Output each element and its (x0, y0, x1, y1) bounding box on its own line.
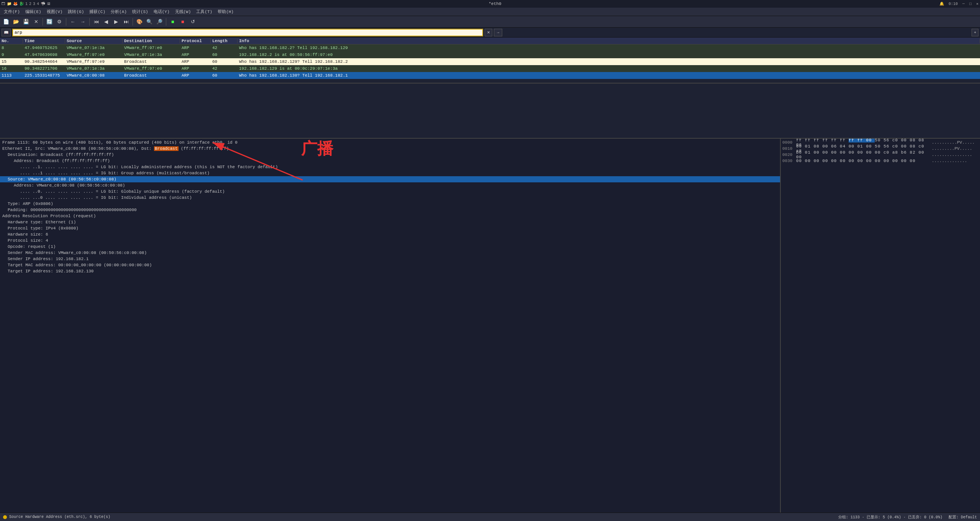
detail-line-16[interactable]: Protocol size: 4 (0, 238, 780, 244)
forward-btn[interactable]: → (78, 17, 87, 26)
menu-capture[interactable]: 捕获(C) (87, 8, 108, 15)
packet-row-16[interactable]: 1690.3482271706VMware_07:1e:3aVMware_ff:… (0, 65, 980, 72)
detail-line-6[interactable]: Source: VMware_c0:00:08 (00:50:56:c0:00:… (0, 176, 780, 182)
pkt-cell-8-5: 42 (211, 46, 238, 50)
pkt-cell-1113-6: Who has 192.168.182.130? Tell 192.168.18… (238, 73, 980, 78)
menu-wireless[interactable]: 无线(W) (173, 8, 193, 15)
filter-input[interactable] (12, 29, 483, 36)
menu-view[interactable]: 视图(V) (44, 8, 65, 15)
sysbar-term-icon: 🖥 (47, 2, 51, 6)
restart-btn[interactable]: ↺ (188, 17, 197, 26)
pkt-cell-15-5: 60 (211, 59, 238, 64)
detail-line-1[interactable]: Ethernet II, Src: VMware_c0:00:08 (00:50… (0, 146, 780, 152)
menu-edit[interactable]: 编辑(E) (23, 8, 44, 15)
go-first-btn[interactable]: ⏮ (92, 17, 101, 26)
go-last-btn[interactable]: ⏭ (121, 17, 131, 26)
filter-book-btn[interactable]: 📖 (2, 29, 11, 36)
minimize-icon[interactable]: 🔔 (939, 2, 944, 6)
sep1 (43, 18, 43, 26)
detail-line-21[interactable]: Target IP address: 192.168.182.130 (0, 268, 780, 274)
menu-phone[interactable]: 电话(Y) (151, 8, 172, 15)
hex-offset-2: 0020 (782, 152, 796, 157)
col-len: Length (211, 39, 238, 43)
zoom-in-btn[interactable]: 🔍 (145, 17, 154, 26)
tab-3[interactable]: 3 (33, 2, 35, 6)
sysbar-icon1: 🗔 (2, 2, 5, 6)
new-capture-btn[interactable]: 📄 (2, 17, 11, 26)
pkt-cell-8-1: 47.9469752625 (23, 46, 65, 50)
profile-label: 配置: Default (949, 514, 977, 520)
packet-row-15[interactable]: 1590.3482544664VMware_ff:97:e9BroadcastA… (0, 58, 980, 65)
detail-line-11[interactable]: Padding: 0000000000000000000000000000000… (0, 207, 780, 213)
save-btn[interactable]: 💾 (21, 17, 31, 26)
capture-start-btn[interactable]: ■ (168, 17, 177, 26)
zoom-out-btn[interactable]: 🔎 (155, 17, 164, 26)
detail-line-17[interactable]: Opcode: request (1) (0, 244, 780, 250)
pkt-cell-15-2: VMware_ff:97:e9 (65, 59, 123, 64)
detail-line-10[interactable]: Type: ARP (0x0806) (0, 201, 780, 207)
status-text: Source Hardware Address (eth.src), 6 byt… (9, 515, 110, 519)
detail-line-4[interactable]: .... ..1. .... .... .... .... = LG bit: … (0, 164, 780, 170)
detail-panel[interactable]: Frame 1113: 60 bytes on wire (480 bits),… (0, 139, 781, 521)
detail-line-5[interactable]: .... ...1 .... .... .... .... = IG bit: … (0, 170, 780, 176)
pkt-cell-9-6: 192.168.182.2 is at 00:50:56:ff:97:e0 (238, 52, 980, 57)
filter-expr-btn[interactable]: + (972, 29, 978, 36)
menu-help[interactable]: 帮助(H) (215, 8, 236, 15)
packet-row-8[interactable]: 847.9469752625VMware_07:1e:3aVMware_ff:9… (0, 44, 980, 51)
detail-line-2[interactable]: Destination: Broadcast (ff:ff:ff:ff:ff:f… (0, 152, 780, 158)
detail-line-7[interactable]: Address: VMware_c0:00:08 (00:50:56:c0:00… (0, 182, 780, 188)
pkt-cell-9-4: ARP (180, 52, 211, 57)
packet-list: No. Time Source Destination Protocol Len… (0, 38, 980, 84)
go-prev-btn[interactable]: ◀ (102, 17, 111, 26)
detail-line-19[interactable]: Sender IP address: 192.168.182.1 (0, 256, 780, 262)
capture-stop-btn[interactable]: ■ (178, 17, 187, 26)
filter-clear-btn[interactable]: ✕ (485, 29, 492, 36)
detail-line-9[interactable]: .... ...0 .... .... .... .... = IG bit: … (0, 195, 780, 201)
detail-line-20[interactable]: Target MAC address: 00:00:00_00:00:00 (0… (0, 262, 780, 268)
tab-4[interactable]: 4 (37, 2, 39, 6)
filter-apply-btn[interactable]: → (494, 29, 502, 36)
tab-2[interactable]: 2 (29, 2, 31, 6)
pkt-cell-15-3: Broadcast (123, 59, 180, 64)
maximize-btn[interactable]: □ (969, 2, 972, 6)
sysbar-icon4: 🐉 (19, 2, 24, 6)
detail-line-18[interactable]: Sender MAC address: VMware_c0:00:08 (00:… (0, 250, 780, 256)
packet-row-9[interactable]: 947.9470639698VMware_ff:97:e0VMware_07:1… (0, 51, 980, 58)
pkt-cell-9-5: 60 (211, 52, 238, 57)
detail-line-0[interactable]: Frame 1113: 60 bytes on wire (480 bits),… (0, 139, 780, 146)
toolbar: 📄 📂 💾 ✕ 🔄 ⚙ ← → ⏮ ◀ ▶ ⏭ 🎨 🔍 🔎 ■ ■ ↺ (0, 16, 980, 28)
capture-opts-btn[interactable]: ⚙ (55, 17, 64, 26)
menu-analyze[interactable]: 分析(A) (108, 8, 129, 15)
reload-btn[interactable]: 🔄 (45, 17, 54, 26)
back-btn[interactable]: ← (68, 17, 77, 26)
colorize-btn[interactable]: 🎨 (135, 17, 144, 26)
pkt-cell-8-6: Who has 192.168.182.2? Tell 192.168.182.… (238, 46, 980, 50)
pkt-cell-1113-5: 60 (211, 73, 238, 78)
close-btn2[interactable]: ✕ (31, 17, 41, 26)
hex-panel[interactable]: 0000ff ff ff ff ff ff ff ff 00 50 56 c0 … (781, 139, 980, 521)
detail-line-8[interactable]: .... ..0. .... .... .... .... = LG bit: … (0, 188, 780, 195)
detail-line-13[interactable]: Hardware type: Ethernet (1) (0, 219, 780, 225)
detail-line-15[interactable]: Hardware size: 6 (0, 231, 780, 238)
detail-line-3[interactable]: Address: Broadcast (ff:ff:ff:ff:ff:ff) (0, 158, 780, 164)
close-btn[interactable]: ✕ (976, 2, 978, 6)
tab-1[interactable]: 1 (25, 2, 28, 6)
detail-line-14[interactable]: Protocol type: IPv4 (0x0800) (0, 225, 780, 231)
open-btn[interactable]: 📂 (11, 17, 21, 26)
sysbar-right: 🔔 0:10 ─ □ ✕ (939, 2, 978, 6)
menu-go[interactable]: 跳转(G) (66, 8, 86, 15)
statusbar: Source Hardware Address (eth.src), 6 byt… (0, 513, 980, 521)
pkt-cell-8-4: ARP (180, 46, 211, 50)
col-source: Source (65, 39, 123, 43)
menu-stats[interactable]: 统计(S) (130, 8, 151, 15)
menu-tools[interactable]: 工具(T) (194, 8, 215, 15)
packet-row-1113[interactable]: 1113225.1533148775VMware_c0:00:08Broadca… (0, 72, 980, 79)
pkt-cell-16-1: 90.3482271706 (23, 66, 65, 71)
detail-line-12[interactable]: Address Resolution Protocol (request) (0, 213, 780, 219)
hex-ascii-0: ..........PV..... (929, 140, 978, 145)
menu-file[interactable]: 文件(F) (2, 8, 22, 15)
menubar: 文件(F) 编辑(E) 视图(V) 跳转(G) 捕获(C) 分析(A) 统计(S… (0, 8, 980, 16)
sep3 (89, 18, 90, 26)
minimize-btn[interactable]: ─ (962, 2, 965, 6)
go-next-btn[interactable]: ▶ (111, 17, 121, 26)
